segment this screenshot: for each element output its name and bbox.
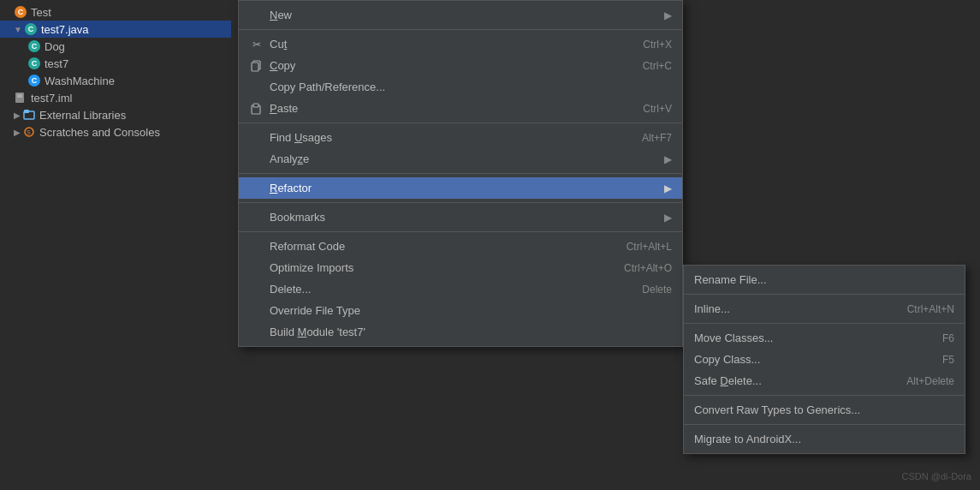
submenu-item-label: Safe Delete... bbox=[694, 374, 889, 387]
submenu-separator bbox=[684, 395, 965, 396]
menu-item-paste[interactable]: Paste Ctrl+V bbox=[239, 98, 682, 119]
submenu-item-label: Rename File... bbox=[694, 273, 954, 286]
sidebar-item-scratches[interactable]: ▶ S Scratches and Consoles bbox=[0, 123, 231, 140]
submenu-separator bbox=[684, 294, 965, 295]
sidebar-item-dog[interactable]: C Dog bbox=[0, 38, 231, 55]
sidebar-item-label: Scratches and Consoles bbox=[39, 126, 160, 139]
menu-item-label: New bbox=[270, 9, 657, 21]
menu-item-analyze[interactable]: Analyze ▶ bbox=[239, 148, 682, 170]
menu-separator bbox=[239, 202, 682, 203]
paste-shortcut: Ctrl+V bbox=[643, 103, 672, 115]
submenu-separator bbox=[684, 323, 965, 324]
menu-item-label: Cut bbox=[270, 38, 626, 51]
menu-item-label: Analyze bbox=[270, 152, 657, 165]
safe-delete-shortcut: Alt+Delete bbox=[906, 375, 954, 387]
menu-item-copy[interactable]: Copy Ctrl+C bbox=[239, 55, 682, 76]
submenu-separator bbox=[684, 424, 965, 425]
menu-item-reformat[interactable]: Reformat Code Ctrl+Alt+L bbox=[239, 236, 682, 257]
svg-text:S: S bbox=[27, 129, 31, 135]
sidebar-item-label: test7.java bbox=[41, 23, 89, 36]
menu-item-find-usages[interactable]: Find Usages Alt+F7 bbox=[239, 127, 682, 148]
copy-class-shortcut: F5 bbox=[942, 354, 954, 366]
sidebar-item-washmachine[interactable]: C WashMachine bbox=[0, 72, 231, 89]
submenu-item-label: Copy Class... bbox=[694, 353, 925, 366]
submenu-item-inline[interactable]: Inline... Ctrl+Alt+N bbox=[684, 298, 965, 320]
paste-icon bbox=[249, 103, 264, 115]
sidebar-item-test7[interactable]: C test7 bbox=[0, 55, 231, 72]
arrow-icon: ▶ bbox=[664, 153, 672, 165]
svg-rect-0 bbox=[15, 93, 24, 103]
menu-item-label: Copy Path/Reference... bbox=[270, 81, 672, 93]
menu-separator bbox=[239, 231, 682, 232]
find-shortcut: Alt+F7 bbox=[642, 132, 672, 144]
submenu-item-label: Convert Raw Types to Generics... bbox=[694, 403, 954, 416]
submenu-item-move-classes[interactable]: Move Classes... F6 bbox=[684, 327, 965, 349]
optimize-shortcut: Ctrl+Alt+O bbox=[624, 262, 672, 274]
arrow-icon: ▶ bbox=[664, 9, 672, 21]
menu-separator bbox=[239, 122, 682, 123]
menu-item-label: Paste bbox=[270, 102, 626, 115]
test7-icon: C bbox=[27, 57, 41, 70]
menu-item-label: Optimize Imports bbox=[270, 261, 607, 274]
menu-item-refactor[interactable]: Refactor ▶ bbox=[239, 177, 682, 199]
cut-shortcut: Ctrl+X bbox=[643, 39, 672, 51]
sidebar-item-label: External Libraries bbox=[39, 109, 126, 122]
refactor-submenu: Rename File... Inline... Ctrl+Alt+N Move… bbox=[683, 265, 965, 454]
watermark: CSDN @di-Dora bbox=[902, 471, 971, 481]
sidebar-item-label: Dog bbox=[45, 40, 65, 53]
dog-icon: C bbox=[27, 39, 41, 53]
sidebar-item-external-libs[interactable]: ▶ External Libraries bbox=[0, 106, 231, 123]
menu-item-delete[interactable]: Delete... Delete bbox=[239, 278, 682, 300]
ext-libs-icon bbox=[22, 108, 36, 122]
menu-item-label: Build Module 'test7' bbox=[270, 326, 672, 338]
chevron-right-icon: ▶ bbox=[14, 111, 21, 120]
context-menu: New ▶ ✂ Cut Ctrl+X Copy Ctrl+C Copy Path… bbox=[238, 0, 683, 347]
inline-shortcut: Ctrl+Alt+N bbox=[907, 303, 954, 315]
arrow-icon: ▶ bbox=[664, 212, 672, 224]
reformat-shortcut: Ctrl+Alt+L bbox=[627, 241, 672, 253]
svg-rect-8 bbox=[252, 63, 258, 71]
sidebar-item-test7java[interactable]: ▼ C test7.java bbox=[0, 21, 231, 38]
menu-item-label: Copy bbox=[270, 59, 626, 72]
sidebar-item-label: test7 bbox=[45, 57, 68, 70]
svg-rect-4 bbox=[24, 110, 29, 113]
copy-shortcut: Ctrl+C bbox=[643, 60, 672, 72]
submenu-item-label: Move Classes... bbox=[694, 332, 925, 344]
submenu-item-migrate[interactable]: Migrate to AndroidX... bbox=[684, 428, 965, 450]
sidebar-item-label: WashMachine bbox=[45, 75, 115, 87]
menu-item-copy-path[interactable]: Copy Path/Reference... bbox=[239, 76, 682, 98]
sidebar-item-label: test7.iml bbox=[31, 92, 72, 105]
menu-item-label: Override File Type bbox=[270, 304, 672, 317]
washmachine-icon: C bbox=[27, 74, 41, 87]
svg-rect-10 bbox=[253, 104, 258, 107]
submenu-item-safe-delete[interactable]: Safe Delete... Alt+Delete bbox=[684, 370, 965, 391]
menu-item-label: Delete... bbox=[270, 283, 625, 296]
copy-icon bbox=[249, 60, 264, 72]
submenu-item-convert-raw[interactable]: Convert Raw Types to Generics... bbox=[684, 399, 965, 421]
menu-separator bbox=[239, 173, 682, 174]
menu-item-optimize[interactable]: Optimize Imports Ctrl+Alt+O bbox=[239, 257, 682, 278]
menu-item-label: Bookmarks bbox=[270, 211, 657, 224]
menu-item-cut[interactable]: ✂ Cut Ctrl+X bbox=[239, 33, 682, 55]
test-icon: C bbox=[14, 5, 27, 19]
submenu-item-rename-file[interactable]: Rename File... bbox=[684, 269, 965, 290]
sidebar: C Test ▼ C test7.java C Dog C test7 C Wa… bbox=[0, 0, 231, 490]
menu-separator bbox=[239, 29, 682, 30]
sidebar-item-test[interactable]: C Test bbox=[0, 3, 231, 21]
move-classes-shortcut: F6 bbox=[942, 332, 954, 344]
menu-item-label: Find Usages bbox=[270, 131, 625, 144]
cut-icon: ✂ bbox=[249, 39, 264, 51]
arrow-icon: ▶ bbox=[664, 182, 672, 194]
submenu-item-copy-class[interactable]: Copy Class... F5 bbox=[684, 349, 965, 370]
menu-item-label: Refactor bbox=[270, 182, 657, 194]
scratch-icon: S bbox=[22, 125, 36, 139]
submenu-item-label: Inline... bbox=[694, 302, 890, 315]
menu-item-override[interactable]: Override File Type bbox=[239, 300, 682, 321]
chevron-right-icon: ▶ bbox=[14, 128, 21, 137]
sidebar-item-iml[interactable]: test7.iml bbox=[0, 89, 231, 106]
menu-item-label: Reformat Code bbox=[270, 240, 609, 253]
menu-item-build[interactable]: Build Module 'test7' bbox=[239, 321, 682, 343]
test7java-icon: C bbox=[24, 22, 38, 36]
menu-item-bookmarks[interactable]: Bookmarks ▶ bbox=[239, 206, 682, 228]
menu-item-new[interactable]: New ▶ bbox=[239, 4, 682, 26]
